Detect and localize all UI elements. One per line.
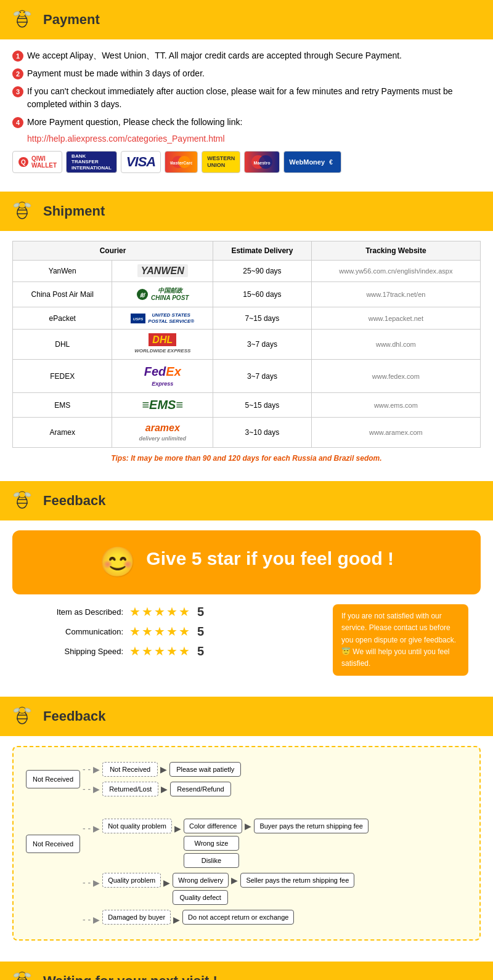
- rating-label-3: Shipping Speed:: [25, 647, 123, 656]
- shipment-header: Shipment: [0, 192, 493, 231]
- rating-label-2: Communication:: [25, 627, 123, 636]
- svg-point-8: [23, 12, 25, 13]
- stars-3: ★★★★★: [129, 644, 191, 658]
- tracking-url: www.yw56.com.cn/english/index.aspx: [311, 261, 480, 282]
- flow-branch-returned: - - ▶ Returned/Lost ▶ Resend/Refund: [83, 779, 231, 799]
- stars-2: ★★★★★: [129, 624, 191, 639]
- table-row: ePacket USPS UNITED STATESPOSTAL SERVICE…: [13, 307, 481, 330]
- rating-line-3: Shipping Speed: ★★★★★ 5: [25, 644, 320, 658]
- table-row: Aramex aramex delivery unlimited 3~10 da…: [13, 418, 481, 448]
- flow-node-no-return: Do not accept return or exchange: [182, 910, 294, 925]
- payment-num-3: 3: [12, 86, 23, 97]
- delivery-time: 5~15 days: [213, 393, 312, 418]
- mastercard-logo: MasterCard: [165, 151, 198, 173]
- table-row: DHL DHLWORLDWIDE EXPRESS 3~7 days www.dh…: [13, 330, 481, 360]
- rating-label-1: Item as Described:: [25, 607, 123, 617]
- flow-row-quality-defect: Quality defect: [173, 890, 354, 905]
- payment-text-4: More Payment question, Please check the …: [27, 116, 242, 129]
- payment-title: Payment: [43, 12, 100, 28]
- feedback1-body: 😊 Give 5 star if you feel good ! Item as…: [0, 530, 493, 676]
- bee-icon-payment: [7, 5, 37, 34]
- tracking-url: www.1epacket.net: [311, 307, 480, 330]
- table-row: FEDEX FedEx Express 3~7 days www.fedex.c…: [13, 360, 481, 393]
- courier-logo: USPS UNITED STATESPOSTAL SERVICE®: [112, 307, 213, 330]
- ratings-row: Item as Described: ★★★★★ 5 Communication…: [12, 604, 481, 676]
- smiley-emoji: 😊: [99, 546, 136, 578]
- flow-node-wrong-delivery: Wrong delivery: [173, 873, 229, 888]
- payment-text-1: We accept Alipay、West Union、TT. All majo…: [27, 49, 402, 62]
- shipment-section: Shipment Courier Estimate Delivery Track…: [0, 192, 493, 475]
- bee-icon-waiting: [7, 966, 37, 980]
- flow-node-quality-problem: Quality problem: [102, 873, 161, 888]
- bank-transfer-logo: BANKTRANSFERINTERNATIONAL: [66, 151, 117, 173]
- delivery-time: 7~15 days: [213, 307, 312, 330]
- svg-point-7: [20, 12, 21, 13]
- tracking-url: www.dhl.com: [311, 330, 480, 360]
- ratings-left: Item as Described: ★★★★★ 5 Communication…: [25, 604, 320, 663]
- give5star-text: Give 5 star if you feel good !: [146, 548, 394, 569]
- payment-text-2: Payment must be made within 3 days of or…: [27, 67, 205, 80]
- feedback1-header: Feedback: [0, 481, 493, 520]
- flow-node-buyer-pays: Buyer pays the return shipping fee: [254, 819, 369, 833]
- ratings-notice-text: If you are not satisfied with our servic…: [341, 612, 456, 668]
- payment-link[interactable]: http://help.aliexpress.com/categories_Pa…: [27, 134, 481, 144]
- courier-name: ePacket: [13, 307, 112, 330]
- flow-branch-quality: - - ▶ Quality problem ▶ Wrong delivery: [83, 870, 369, 907]
- courier-name: DHL: [13, 330, 112, 360]
- feedback1-title: Feedback: [43, 493, 106, 509]
- flow-node-resend-refund: Resend/Refund: [170, 782, 230, 796]
- bee-icon-feedback2: [7, 702, 37, 731]
- waiting-title: Waiting for your next visit !: [43, 973, 218, 980]
- rating-line-2: Communication: ★★★★★ 5: [25, 624, 320, 639]
- flow-branch-col: - - ▶ Not Received ▶ Please wait patietl…: [83, 759, 241, 799]
- flow-branch-not-received: - - ▶ Not Received ▶ Please wait patietl…: [83, 759, 241, 779]
- delivery-time: 3~10 days: [213, 418, 312, 448]
- payment-item-1: 1 We accept Alipay、West Union、TT. All ma…: [12, 49, 481, 62]
- flow-node-dislike: Dislike: [184, 853, 239, 868]
- shipment-body: Courier Estimate Delivery Tracking Websi…: [0, 241, 493, 463]
- flow-node-not-received2: Not Received: [102, 762, 158, 777]
- flow-node-color-diff: Color difference: [184, 819, 242, 833]
- svg-text:Maestro: Maestro: [254, 161, 271, 165]
- payment-num-1: 1: [12, 51, 23, 62]
- ratings-notice: If you are not satisfied with our servic…: [333, 604, 468, 676]
- courier-logo: FedEx Express: [112, 360, 213, 393]
- table-row: China Post Air Mail 邮 中国邮政CHINA POST 15~…: [13, 282, 481, 307]
- payment-num-2: 2: [12, 68, 23, 79]
- payment-item-3: 3 If you can't checkout immediately afte…: [12, 85, 481, 111]
- delivery-time: 25~90 days: [213, 261, 312, 282]
- courier-name: Aramex: [13, 418, 112, 448]
- courier-logo: DHLWORLDWIDE EXPRESS: [112, 330, 213, 360]
- flow-node-returned-lost: Returned/Lost: [102, 782, 158, 796]
- flowchart-container: Not Received - - ▶ Not Received ▶ Pl: [12, 746, 481, 941]
- waiting-section: Waiting for your next visit !: [0, 962, 493, 980]
- tracking-url: www.fedex.com: [311, 360, 480, 393]
- flow-branch-damaged: - - ▶ Damaged by buyer ▶ Do not accept r…: [83, 907, 369, 927]
- flow-node-seller-pays: Seller pays the return shipping fee: [240, 873, 354, 888]
- flow-row-color-diff: Color difference ▶ Buyer pays the return…: [184, 819, 369, 833]
- delivery-time: 15~60 days: [213, 282, 312, 307]
- col-delivery: Estimate Delivery: [213, 241, 312, 261]
- rating-num-2: 5: [197, 625, 204, 639]
- flow-node-damaged: Damaged by buyer: [102, 910, 171, 925]
- flow-branch-not-quality: - - ▶ Not quality problem ▶ Color differ…: [83, 816, 369, 870]
- feedback2-title: Feedback: [43, 708, 106, 724]
- col-courier: Courier: [13, 241, 213, 261]
- table-row: EMS ≡EMS≡ 5~15 days www.ems.com: [13, 393, 481, 418]
- svg-text:€: €: [329, 159, 333, 166]
- flow-node-quality-defect: Quality defect: [173, 890, 228, 905]
- rating-line-1: Item as Described: ★★★★★ 5: [25, 604, 320, 619]
- feedback2-section: Feedback Not Received - - ▶: [0, 697, 493, 953]
- shipment-tip: Tips: It may be more than 90 and 120 day…: [12, 454, 481, 463]
- waiting-header: Waiting for your next visit !: [0, 962, 493, 980]
- courier-logo: YANWEN: [112, 261, 213, 282]
- maestro-logo: Maestro: [244, 151, 280, 173]
- svg-text:Q: Q: [21, 159, 26, 166]
- courier-logo: ≡EMS≡: [112, 393, 213, 418]
- delivery-time: 3~7 days: [213, 330, 312, 360]
- bee-icon-feedback1: [7, 486, 37, 516]
- flow-not-quality-outcomes: Color difference ▶ Buyer pays the return…: [184, 819, 369, 868]
- flow-node-please-wait: Please wait patietly: [169, 762, 241, 777]
- flow-row-wrong-delivery: Wrong delivery ▶ Seller pays the return …: [173, 873, 354, 888]
- feedback1-section: Feedback 😊 Give 5 star if you feel good …: [0, 481, 493, 688]
